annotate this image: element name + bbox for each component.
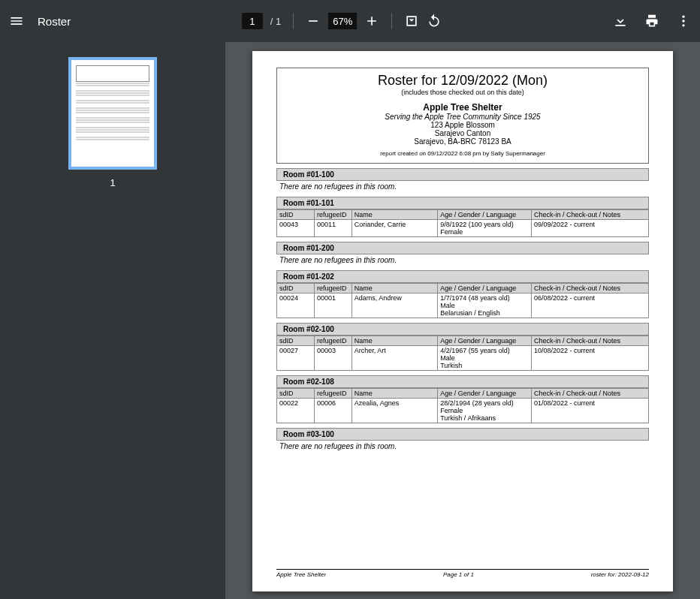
column-header: Check-in / Check-out / Notes <box>531 284 648 293</box>
column-header: sdID <box>277 336 315 346</box>
thumbnail-page-number: 1 <box>110 177 115 188</box>
page-footer: Apple Tree Shelter Page 1 of 1 roster fo… <box>276 569 649 578</box>
address-line: Sarajevo, BA-BRC 78123 BA <box>283 137 642 146</box>
table-row: 0002200006Azealia, Agnes28/2/1994 (28 ye… <box>277 399 649 423</box>
table-row: 0002400001Adams, Andrew1/7/1974 (48 year… <box>277 293 649 318</box>
room-block: Room #03-100There are no refugees in thi… <box>276 428 649 452</box>
svg-point-1 <box>682 20 684 22</box>
column-header: refugeeID <box>314 336 352 346</box>
table-cell: 9/8/1922 (100 years old) Female <box>438 220 532 237</box>
room-title: Room #01-101 <box>276 197 649 209</box>
room-block: Room #02-108sdIDrefugeeIDNameAge / Gende… <box>276 375 649 423</box>
table-row: 0002700003Archer, Art4/2/1967 (55 years … <box>277 346 649 371</box>
shelter-tagline: Serving the Apple Tree Community Since 1… <box>283 113 642 121</box>
address-line: Sarajevo Canton <box>283 129 642 137</box>
fit-page-button[interactable] <box>404 14 419 29</box>
column-header: Name <box>352 210 437 220</box>
room-block: Room #01-100There are no refugees in thi… <box>276 168 649 192</box>
table-cell: 06/08/2022 - current <box>531 293 648 318</box>
rotate-button[interactable] <box>427 14 442 29</box>
column-header: Check-in / Check-out / Notes <box>531 389 648 399</box>
room-table: sdIDrefugeeIDNameAge / Gender / Language… <box>276 209 649 237</box>
table-cell: 00043 <box>277 220 315 237</box>
column-header: Name <box>352 284 437 293</box>
workspace: 1 Roster for 12/09/2022 (Mon) (includes … <box>0 42 700 599</box>
room-title: Room #02-108 <box>276 375 649 388</box>
table-cell: 00006 <box>314 399 352 423</box>
table-cell: 00022 <box>277 399 315 423</box>
zoom-in-button[interactable] <box>364 14 379 29</box>
column-header: Age / Gender / Language <box>438 284 532 293</box>
room-table: sdIDrefugeeIDNameAge / Gender / Language… <box>276 388 649 423</box>
report-subtitle: (includes those checked out on this date… <box>283 89 642 96</box>
address-line: 123 Apple Blossom <box>283 121 642 129</box>
column-header: Age / Gender / Language <box>438 336 532 346</box>
document-page: Roster for 12/09/2022 (Mon) (includes th… <box>252 51 673 591</box>
column-header: sdID <box>277 284 315 293</box>
table-cell: 00011 <box>314 220 352 237</box>
download-button[interactable] <box>613 14 628 29</box>
column-header: refugeeID <box>314 389 352 399</box>
column-header: refugeeID <box>314 210 352 220</box>
shelter-name: Apple Tree Shelter <box>283 102 642 113</box>
svg-point-2 <box>682 24 684 26</box>
column-header: Age / Gender / Language <box>438 389 532 399</box>
pdf-toolbar: Roster / 1 67% <box>0 0 700 42</box>
room-title: Room #03-100 <box>276 428 649 441</box>
document-view[interactable]: Roster for 12/09/2022 (Mon) (includes th… <box>225 42 700 599</box>
report-created: report created on 09/12/2022 6:08 pm by … <box>283 150 642 157</box>
room-block: Room #02-100sdIDrefugeeIDNameAge / Gende… <box>276 323 649 371</box>
column-header: refugeeID <box>314 284 352 293</box>
report-header: Roster for 12/09/2022 (Mon) (includes th… <box>276 68 649 164</box>
zoom-level[interactable]: 67% <box>328 13 357 29</box>
room-table: sdIDrefugeeIDNameAge / Gender / Language… <box>276 283 649 318</box>
footer-right: roster for: 2022-09-12 <box>591 571 649 578</box>
divider <box>391 14 392 29</box>
room-block: Room #01-202sdIDrefugeeIDNameAge / Gende… <box>276 270 649 318</box>
column-header: sdID <box>277 389 315 399</box>
svg-point-0 <box>682 16 684 18</box>
table-row: 0004300011Coriander, Carrie9/8/1922 (100… <box>277 220 649 237</box>
table-cell: 28/2/1994 (28 years old) Female Turkish … <box>438 399 532 423</box>
column-header: Check-in / Check-out / Notes <box>531 336 648 346</box>
room-table: sdIDrefugeeIDNameAge / Gender / Language… <box>276 336 649 371</box>
room-title: Room #02-100 <box>276 323 649 336</box>
room-block: Room #01-200There are no refugees in thi… <box>276 242 649 266</box>
thumbnail-sidebar: 1 <box>0 42 225 599</box>
table-cell: Adams, Andrew <box>352 293 437 318</box>
table-cell: Coriander, Carrie <box>352 220 437 237</box>
footer-left: Apple Tree Shelter <box>276 571 326 578</box>
column-header: sdID <box>277 210 315 220</box>
room-title: Room #01-200 <box>276 242 649 254</box>
table-cell: 01/08/2022 - current <box>531 399 648 423</box>
page-total: / 1 <box>270 16 281 27</box>
print-button[interactable] <box>644 14 659 29</box>
menu-icon[interactable] <box>9 14 24 29</box>
page-number-input[interactable] <box>242 13 263 29</box>
table-cell: 10/08/2022 - current <box>531 346 648 371</box>
column-header: Age / Gender / Language <box>438 210 532 220</box>
page-thumbnail[interactable] <box>68 57 157 170</box>
divider <box>293 14 294 29</box>
column-header: Name <box>352 389 437 399</box>
table-cell: Azealia, Agnes <box>352 399 437 423</box>
table-cell: 1/7/1974 (48 years old) Male Belarusian … <box>438 293 532 318</box>
room-block: Room #01-101sdIDrefugeeIDNameAge / Gende… <box>276 197 649 237</box>
no-refugees-text: There are no refugees in this room. <box>276 181 649 192</box>
no-refugees-text: There are no refugees in this room. <box>276 441 649 452</box>
report-title: Roster for 12/09/2022 (Mon) <box>283 73 642 89</box>
room-title: Room #01-100 <box>276 168 649 181</box>
table-cell: 00027 <box>277 346 315 371</box>
footer-center: Page 1 of 1 <box>443 571 474 578</box>
column-header: Name <box>352 336 437 346</box>
table-cell: 00024 <box>277 293 315 318</box>
table-cell: 00001 <box>314 293 352 318</box>
room-title: Room #01-202 <box>276 270 649 283</box>
table-cell: 09/09/2022 - current <box>531 220 648 237</box>
table-cell: Archer, Art <box>352 346 437 371</box>
zoom-out-button[interactable] <box>306 14 321 29</box>
table-cell: 4/2/1967 (55 years old) Male Turkish <box>438 346 532 371</box>
more-menu-button[interactable] <box>676 14 691 29</box>
thumbnail-preview <box>74 62 152 164</box>
column-header: Check-in / Check-out / Notes <box>531 210 648 220</box>
